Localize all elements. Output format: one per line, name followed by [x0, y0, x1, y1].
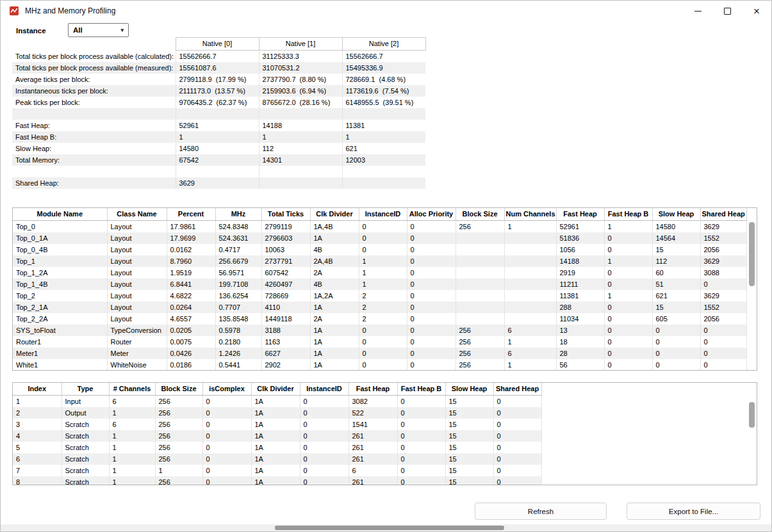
- table-row[interactable]: Top_1_4BLayout6.8441199.710842604974B101…: [13, 278, 746, 290]
- cell: 5: [13, 442, 62, 453]
- column-header: MHz: [215, 208, 261, 221]
- table-row[interactable]: Top_0Layout17.9861524.834827991191A,4B00…: [13, 221, 746, 233]
- cell: 4B: [310, 278, 359, 290]
- cell: Layout: [107, 244, 167, 255]
- cell: 0: [359, 336, 407, 348]
- cell: 14580: [652, 221, 700, 233]
- table-row[interactable]: Top_2_2ALayout4.6557135.854814491182A201…: [13, 313, 746, 325]
- cell: Top_0_1A: [13, 232, 107, 244]
- table-row[interactable]: White1WhiteNoise0.01860.544129021A002561…: [13, 359, 746, 371]
- cell: 0: [300, 407, 349, 419]
- cell: 14301: [259, 154, 342, 166]
- cell: [504, 302, 556, 313]
- cell: 0: [359, 221, 407, 233]
- cell: 1: [176, 131, 259, 143]
- cell: 3629: [176, 177, 259, 189]
- cell: [456, 244, 504, 255]
- column-header: Class Name: [107, 208, 167, 221]
- vertical-scrollbar-thumb[interactable]: [749, 402, 755, 428]
- export-button[interactable]: Export to File...: [627, 503, 760, 520]
- cell: 1163: [261, 336, 310, 348]
- cell: WhiteNoise: [107, 359, 167, 371]
- cell: Layout: [107, 278, 167, 290]
- cell: 67542: [176, 154, 259, 166]
- table-row[interactable]: Top_2_1ALayout0.02640.770741101A20288015…: [13, 302, 746, 313]
- cell: 0: [493, 396, 541, 408]
- cell: 11034: [556, 313, 604, 325]
- cell: 17.9699: [167, 232, 215, 244]
- summary-row: Peak ticks per block:9706435.2 (62.37 %)…: [12, 97, 425, 108]
- summary-row: Slow Heap:14580112621: [12, 143, 425, 154]
- cell: 0: [202, 465, 251, 476]
- cell: 4110: [261, 302, 310, 313]
- cell: 2799119: [261, 221, 310, 233]
- table-row[interactable]: Meter1Meter0.04261.242666271A00256628000: [13, 348, 746, 359]
- table-row[interactable]: 5Scratch125601A02610150: [13, 442, 541, 453]
- summary-row: Total Memory:675421430112003: [12, 154, 425, 166]
- cell: [504, 278, 556, 290]
- horizontal-scrollbar[interactable]: [1, 524, 771, 531]
- cell: 621: [342, 143, 425, 154]
- cell: 0: [493, 442, 541, 453]
- table-row[interactable]: 7Scratch1101A060150: [13, 465, 541, 476]
- cell: [456, 302, 504, 313]
- table-row[interactable]: Top_0_4BLayout0.01620.4717100634B0010560…: [13, 244, 746, 255]
- cell: 15: [445, 430, 493, 442]
- vertical-scrollbar-thumb[interactable]: [749, 222, 755, 286]
- cell: 15: [445, 407, 493, 419]
- cell: 6.8441: [167, 278, 215, 290]
- table-row[interactable]: 2Output125601A05220150: [13, 407, 541, 419]
- table-row[interactable]: 6Scratch125601A02610150: [13, 453, 541, 465]
- cell: 2: [13, 407, 62, 419]
- minimize-button[interactable]: [683, 1, 712, 21]
- cell: 1541: [349, 419, 397, 430]
- table-row[interactable]: Top_0_1ALayout17.9699524.363127966031A00…: [13, 232, 746, 244]
- cell: 256: [155, 419, 202, 430]
- refresh-button[interactable]: Refresh: [475, 503, 607, 520]
- cell: 1.9519: [167, 267, 215, 278]
- instance-dropdown[interactable]: All ▾: [68, 23, 129, 37]
- close-button[interactable]: ×: [742, 1, 771, 21]
- cell: Layout: [107, 267, 167, 278]
- cell: 1A,4B: [310, 221, 359, 233]
- cell: [456, 255, 504, 267]
- cell: 0: [397, 419, 445, 430]
- cell: 0: [407, 359, 456, 371]
- cell: 2A: [310, 267, 359, 278]
- cell: 6: [504, 348, 556, 359]
- maximize-button[interactable]: [712, 1, 742, 21]
- cell: 0: [493, 453, 541, 465]
- cell: 15562666.7: [176, 51, 259, 63]
- column-header: Shared Heap: [493, 383, 541, 396]
- cell: 11381: [342, 120, 425, 131]
- cell: 256: [155, 442, 202, 453]
- cell: 4.6557: [167, 313, 215, 325]
- cell: Router: [107, 336, 167, 348]
- cell: 256: [456, 325, 504, 336]
- cell: SYS_toFloat: [13, 325, 107, 336]
- cell: [456, 267, 504, 278]
- cell: 0: [493, 419, 541, 430]
- table-row[interactable]: Top_1_2ALayout1.951956.95716075422A10291…: [13, 267, 746, 278]
- table-row[interactable]: SYS_toFloatTypeConversion0.02050.5978318…: [13, 325, 746, 336]
- table-row[interactable]: Top_1Layout8.7960256.667927377912A,4B101…: [13, 255, 746, 267]
- table-row[interactable]: Router1Router0.00750.218011631A002561180…: [13, 336, 746, 348]
- cell: 0: [202, 407, 251, 419]
- cell: 31125333.3: [259, 51, 342, 63]
- cell: 18: [556, 336, 604, 348]
- cell: 728669.1 (4.68 %): [342, 74, 425, 85]
- cell: 3629: [700, 290, 746, 302]
- cell: [259, 166, 342, 177]
- buffer_table-grid: IndexType# ChannelsBlock SizeisComplexCl…: [13, 383, 542, 485]
- cell: 1A: [251, 419, 300, 430]
- table-row[interactable]: Top_2Layout4.6822136.62547286691A,2A2011…: [13, 290, 746, 302]
- table-row[interactable]: 8Scratch125601A02610150: [13, 476, 541, 485]
- table-row[interactable]: 3Scratch625601A015410150: [13, 419, 541, 430]
- table-row[interactable]: 4Scratch125601A02610150: [13, 430, 541, 442]
- table-row[interactable]: 1Input625601A030820150: [13, 396, 541, 408]
- summary-row: Instantaneous ticks per block:2111173.0 …: [12, 85, 425, 97]
- header-row: IndexType# ChannelsBlock SizeisComplexCl…: [13, 383, 541, 396]
- cell: 13: [556, 325, 604, 336]
- scrollbar-thumb[interactable]: [275, 526, 504, 530]
- cell: 15: [445, 419, 493, 430]
